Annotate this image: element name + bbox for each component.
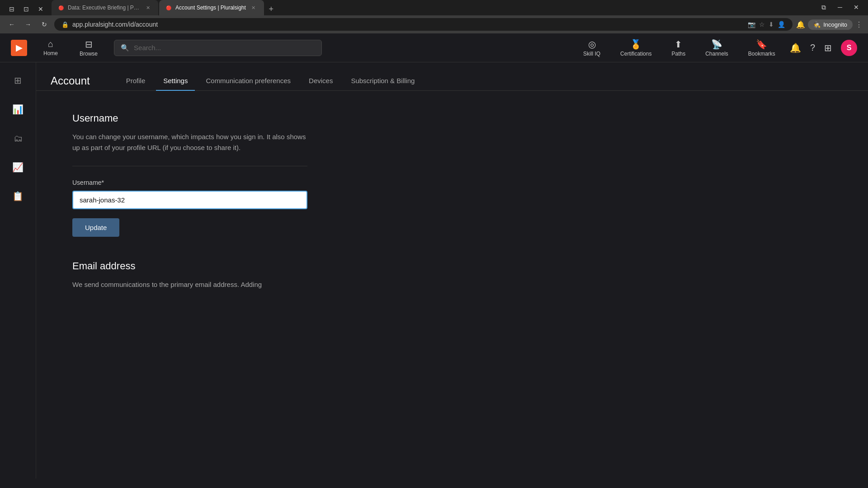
certifications-icon: 🏅 [630,39,642,50]
username-description: You can change your username, which impa… [72,131,307,153]
username-input[interactable] [72,191,307,209]
browser-close-button[interactable]: ✕ [850,1,863,14]
tab-settings[interactable]: Settings [156,71,195,91]
browser-minimize-button[interactable]: ─ [834,1,846,14]
paths-icon: ⬆ [675,39,682,50]
sidebar-icon-list[interactable]: 📋 [9,187,27,205]
email-description: We send communications to the primary em… [72,279,307,290]
profile-icon[interactable]: 👤 [778,21,785,28]
search-icon: 🔍 [121,44,129,52]
search-placeholder: Search... [134,44,161,52]
sidebar-icon-analytics[interactable]: 📊 [9,100,27,118]
username-section: Username You can change your username, w… [72,113,497,237]
sidebar-icon-dashboard[interactable]: ⊞ [9,71,27,89]
nav-paths[interactable]: ⬆ Paths [666,35,691,61]
forward-button[interactable]: → [22,18,34,31]
more-options-icon[interactable]: ⋮ [855,20,863,29]
nav-channels-label: Channels [705,51,728,57]
username-divider [72,166,307,166]
new-tab-button[interactable]: + [265,3,278,15]
lock-icon: 🔒 [61,21,69,28]
nav-paths-label: Paths [671,51,685,57]
incognito-icon: 🕵 [813,21,821,28]
channels-icon: 📡 [711,39,722,50]
address-text: app.pluralsight.com/id/account [72,21,158,28]
address-bar[interactable]: 🔒 app.pluralsight.com/id/account 📷 ☆ ⬇ 👤 [54,18,793,31]
user-initial: S [847,44,852,52]
nav-browse-label: Browse [80,51,98,57]
browser-tab-2[interactable]: 🔴 Account Settings | Pluralsight ✕ [159,0,264,15]
maximize-button[interactable]: ⊡ [20,3,33,15]
tab-close-2[interactable]: ✕ [250,4,258,12]
sidebar-icon-reports[interactable]: 📈 [9,158,27,176]
nav-skill-iq-label: Skill IQ [583,51,600,57]
nav-bookmarks[interactable]: 🔖 Bookmarks [743,35,781,61]
notification-icon[interactable]: 🔔 [796,20,805,29]
skill-iq-icon: ◎ [588,39,596,50]
nav-skill-iq[interactable]: ◎ Skill IQ [578,35,606,61]
pluralsight-logo[interactable]: ▶ [11,40,27,56]
nav-certifications-label: Certifications [620,51,651,57]
tab-favicon-2: 🔴 [165,5,172,11]
tab-label-2: Account Settings | Pluralsight [175,5,246,11]
nav-home[interactable]: ⌂ Home [38,35,63,60]
sidebar-icon-organizer[interactable]: 🗂 [9,129,27,147]
bookmarks-icon: 🔖 [756,39,767,50]
top-nav: ▶ ⌂ Home ⊟ Browse 🔍 Search... ◎ Skill IQ… [0,33,868,62]
nav-channels[interactable]: 📡 Channels [700,35,734,61]
nav-bookmarks-label: Bookmarks [748,51,775,57]
nav-browse[interactable]: ⊟ Browse [74,35,103,61]
home-icon: ⌂ [48,39,53,49]
close-button[interactable]: ✕ [34,3,47,15]
tab-favicon-1: 🔴 [58,5,64,11]
page-content: Username You can change your username, w… [36,91,533,312]
nav-certifications[interactable]: 🏅 Certifications [615,35,657,61]
apps-button[interactable]: ⊞ [824,42,832,53]
back-button[interactable]: ← [5,18,18,31]
account-title: Account [51,75,90,87]
reload-button[interactable]: ↻ [38,18,51,31]
tab-close-1[interactable]: ✕ [144,4,152,12]
nav-home-label: Home [43,50,58,56]
left-sidebar: ⊞ 📊 🗂 📈 📋 [0,62,36,479]
download-icon[interactable]: ⬇ [769,21,774,28]
star-icon[interactable]: ☆ [759,21,765,28]
restore-down-button[interactable]: ⧉ [817,1,830,14]
help-button[interactable]: ? [810,42,815,53]
browser-tab-1[interactable]: 🔴 Data: Executive Briefing | Pluralsi...… [52,0,158,15]
minimize-button[interactable]: ⊟ [5,3,18,15]
incognito-button[interactable]: 🕵 Incognito [808,19,853,30]
incognito-label: Incognito [823,21,847,28]
update-username-button[interactable]: Update [72,218,119,237]
tab-label-1: Data: Executive Briefing | Pluralsi... [68,5,140,11]
content-area: Account Profile Settings Communication p… [36,62,868,479]
username-field-label: Username* [72,179,497,186]
account-header: Account Profile Settings Communication p… [36,62,868,91]
notification-bell-button[interactable]: 🔔 [790,42,801,53]
search-bar[interactable]: 🔍 Search... [114,40,322,56]
browse-icon: ⊟ [85,39,93,50]
tab-subscription-billing[interactable]: Subscription & Billing [344,71,422,91]
email-section: Email address We send communications to … [72,260,497,290]
tab-devices[interactable]: Devices [302,71,340,91]
username-section-title: Username [72,113,497,124]
account-tabs: Profile Settings Communication preferenc… [119,71,422,90]
tab-communication-preferences[interactable]: Communication preferences [198,71,298,91]
user-avatar[interactable]: S [841,40,857,56]
tab-profile[interactable]: Profile [119,71,153,91]
email-section-title: Email address [72,260,497,272]
camera-off-icon: 📷 [748,21,755,28]
